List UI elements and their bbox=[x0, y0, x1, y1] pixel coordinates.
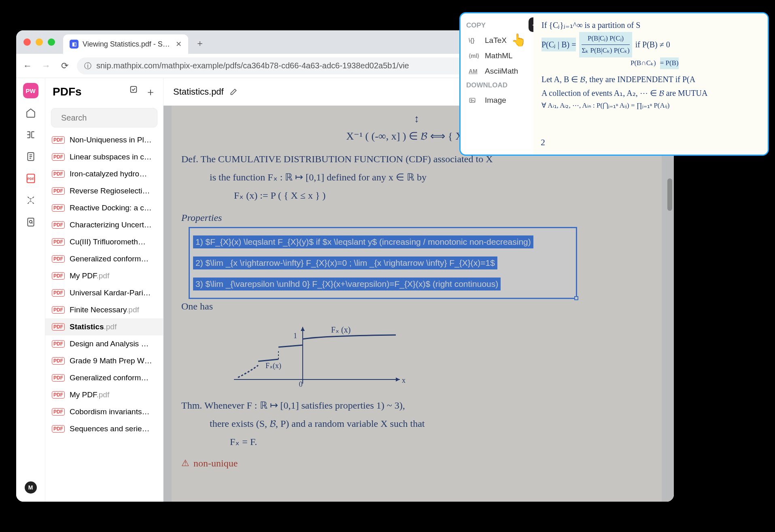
download-image-button[interactable]: Image bbox=[466, 93, 528, 108]
sidebar-file-item[interactable]: PDFLinear subspaces in c… bbox=[45, 148, 163, 165]
sidebar-file-item[interactable]: PDFIron-catalyzed hydro… bbox=[45, 165, 163, 182]
sidebar-file-item[interactable]: PDFGeneralized conform… bbox=[45, 250, 163, 267]
file-name: Iron-catalyzed hydro… bbox=[70, 170, 157, 178]
sidebar-file-item[interactable]: PDFReactive Docking: a c… bbox=[45, 199, 163, 216]
file-name: Statistics.pdf bbox=[70, 322, 157, 331]
sidebar-file-item[interactable]: PDFDesign and Analysis … bbox=[45, 335, 163, 352]
tree-icon[interactable] bbox=[23, 127, 38, 142]
file-name: Reactive Docking: a c… bbox=[70, 203, 157, 212]
sidebar: PDFs ＋ PDFNon-Uniqueness in Pl…PDFLinear… bbox=[45, 78, 163, 502]
ocr-selection-box[interactable]: 1) $F_{X}(x) \leqslant F_{X}(y)$ if $x \… bbox=[189, 227, 577, 299]
preview-eq-under: P(B∩Cₖ) bbox=[631, 57, 656, 69]
window-controls bbox=[23, 38, 55, 46]
user-avatar[interactable]: M bbox=[25, 481, 37, 494]
sidebar-file-item[interactable]: PDFGeneralized conform… bbox=[45, 369, 163, 386]
file-list: PDFNon-Uniqueness in Pl…PDFLinear subspa… bbox=[45, 131, 163, 502]
sigma-icon[interactable]: Σ bbox=[23, 193, 38, 208]
copy-section-label: COPY bbox=[466, 21, 528, 30]
search-doc-icon[interactable] bbox=[23, 215, 38, 229]
tab-close-button[interactable]: ✕ bbox=[176, 40, 182, 49]
document-canvas[interactable]: ↕ X⁻¹ ( (-∞, x] ) ∈ 𝓑 ⟺ { X ≤ x } Def. T… bbox=[163, 106, 674, 502]
new-tab-button[interactable]: ＋ bbox=[195, 37, 204, 49]
sidebar-file-item[interactable]: PDFSequences and serie… bbox=[45, 420, 163, 437]
scrollbar-thumb[interactable] bbox=[667, 178, 672, 211]
warning-row: ⚠ non-unique bbox=[181, 455, 652, 472]
search-input[interactable] bbox=[61, 113, 163, 123]
edit-title-icon[interactable] bbox=[229, 88, 238, 96]
document-title: Statistics.pdf bbox=[173, 87, 224, 97]
workspace-logo[interactable]: PW bbox=[23, 83, 38, 98]
scrollbar[interactable] bbox=[667, 106, 673, 502]
pdf-badge-icon: PDF bbox=[52, 238, 65, 246]
sidebar-file-item[interactable]: PDFNon-Uniqueness in Pl… bbox=[45, 131, 163, 148]
pdf-badge-icon: PDF bbox=[52, 374, 65, 382]
pdf-icon[interactable]: PDF bbox=[23, 171, 38, 186]
sidebar-file-item[interactable]: PDFCu(III) Trifluorometh… bbox=[45, 233, 163, 250]
copy-asciimath-label: AsciiMath bbox=[485, 67, 518, 76]
preview-eq-numer: P(B|Cⱼ) P(Cⱼ) bbox=[588, 33, 624, 45]
copy-latex-label: LaTeX bbox=[485, 36, 507, 45]
search-box[interactable] bbox=[51, 108, 157, 127]
sidebar-file-item[interactable]: PDFGrade 9 Math Prep W… bbox=[45, 352, 163, 369]
window-minimize-button[interactable] bbox=[36, 38, 43, 46]
graph-label-left: Fₓ(x) bbox=[265, 362, 281, 370]
download-section-label: DOWNLOAD bbox=[466, 81, 528, 89]
sidebar-file-item[interactable]: PDFStatistics.pdf bbox=[45, 318, 163, 335]
file-name: Characterizing Uncert… bbox=[70, 220, 157, 229]
pdf-badge-icon: PDF bbox=[52, 289, 65, 297]
warning-icon: ⚠ bbox=[181, 456, 189, 471]
site-info-icon[interactable]: ⓘ bbox=[84, 61, 91, 71]
browser-tab[interactable]: ◧ Viewing Statistics.pdf - Snip ✕ bbox=[63, 34, 188, 54]
window-zoom-button[interactable] bbox=[48, 38, 55, 46]
copy-asciimath-button[interactable]: AM AsciiMath bbox=[466, 64, 528, 79]
definition-line-3: Fₓ (x) := P ( { X ≤ x } ) bbox=[234, 187, 652, 204]
preview-line-1: If {Cⱼ}ⱼ₌₁^∞ is a partition of S bbox=[541, 18, 762, 32]
pdf-badge-icon: PDF bbox=[52, 340, 65, 348]
definition-line-2: is the function Fₓ : ℝ ↦ [0,1] defined f… bbox=[210, 169, 652, 186]
pdf-badge-icon: PDF bbox=[52, 204, 65, 212]
svg-text:PDF: PDF bbox=[27, 177, 34, 181]
file-name: Design and Analysis … bbox=[70, 339, 157, 348]
theorem-line-2: there exists (S, 𝓑, P) and a random vari… bbox=[210, 415, 652, 432]
file-name: Grade 9 Math Prep W… bbox=[70, 356, 157, 365]
svg-point-19 bbox=[471, 100, 472, 101]
selection-line-1: 1) $F_{X}(x) \leqslant F_{X}(y)$ if $x \… bbox=[193, 235, 533, 248]
file-name: Reverse Regioselecti… bbox=[70, 187, 157, 195]
file-name: Generalized conform… bbox=[70, 254, 157, 263]
copy-mathml-button[interactable]: ⟨ml⟩ MathML bbox=[466, 48, 528, 64]
home-icon[interactable] bbox=[23, 106, 38, 120]
graph-label-top: Fₓ (x) bbox=[331, 325, 350, 335]
tab-favicon: ◧ bbox=[70, 40, 79, 49]
sidebar-file-item[interactable]: PDFMy PDF.pdf bbox=[45, 267, 163, 284]
pdf-badge-icon: PDF bbox=[52, 187, 65, 195]
selection-resize-handle[interactable] bbox=[574, 296, 578, 300]
sidebar-file-item[interactable]: PDFCobordism invariants… bbox=[45, 403, 163, 420]
one-has-line: One has bbox=[181, 298, 652, 315]
select-mode-icon[interactable] bbox=[129, 85, 138, 99]
reload-button[interactable]: ⟳ bbox=[58, 59, 71, 72]
forward-button[interactable]: → bbox=[40, 59, 53, 72]
left-rail: PW PDF Σ M bbox=[16, 78, 45, 502]
pdf-badge-icon: PDF bbox=[52, 323, 65, 331]
back-button[interactable]: ← bbox=[21, 59, 34, 72]
copy-mathml-label: MathML bbox=[485, 51, 513, 60]
add-icon[interactable]: ＋ bbox=[145, 85, 156, 99]
sidebar-file-item[interactable]: PDFMy PDF.pdf bbox=[45, 386, 163, 403]
sidebar-file-item[interactable]: PDFUniversal Kardar-Pari… bbox=[45, 284, 163, 301]
ocr-preview: If {Cⱼ}ⱼ₌₁^∞ is a partition of S P(Cⱼ | … bbox=[533, 13, 768, 155]
pdf-badge-icon: PDF bbox=[52, 272, 65, 280]
window-close-button[interactable] bbox=[23, 38, 31, 46]
pdf-badge-icon: PDF bbox=[52, 357, 65, 365]
document-icon[interactable] bbox=[23, 149, 38, 164]
preview-line-4: A collection of events A₁, A₂, ⋯ ∈ 𝓑 are… bbox=[541, 86, 762, 100]
sidebar-file-item[interactable]: PDFReverse Regioselecti… bbox=[45, 182, 163, 199]
asciimath-icon: AM bbox=[469, 68, 480, 74]
sidebar-file-item[interactable]: PDFFinite Necessary.pdf bbox=[45, 301, 163, 318]
file-name: My PDF.pdf bbox=[70, 271, 157, 280]
mathml-icon: ⟨ml⟩ bbox=[469, 53, 480, 59]
selection-line-2: 2) $\lim _{x \rightarrow-\infty} F_{X}(x… bbox=[193, 256, 497, 269]
url-text: snip.mathpix.com/mathpix-example/pdfs/ca… bbox=[96, 61, 409, 70]
preview-eq-rhs: = P(B) bbox=[660, 57, 679, 69]
sidebar-file-item[interactable]: PDFCharacterizing Uncert… bbox=[45, 216, 163, 233]
pdf-badge-icon: PDF bbox=[52, 153, 65, 161]
